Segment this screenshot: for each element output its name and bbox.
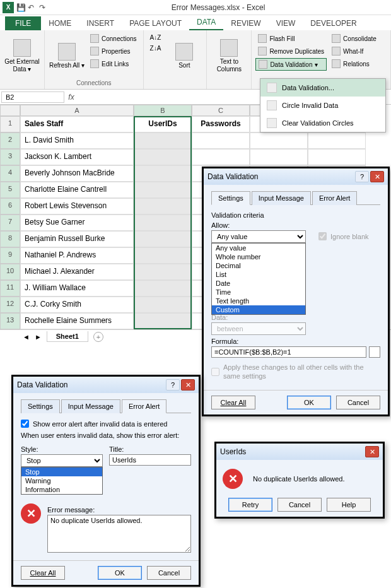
- menu-clear-circles[interactable]: Clear Validation Circles: [260, 114, 385, 132]
- name-box[interactable]: [1, 91, 64, 103]
- cell[interactable]: [134, 149, 192, 165]
- cell[interactable]: [134, 280, 192, 297]
- row-header[interactable]: 10: [0, 264, 20, 280]
- tab-input-message[interactable]: Input Message: [252, 191, 311, 205]
- dialog-title-bar[interactable]: Data Validation ? ✕: [13, 377, 199, 393]
- cell[interactable]: Passwords: [192, 116, 250, 132]
- tab-error-alert[interactable]: Error Alert: [122, 399, 167, 413]
- tab-review[interactable]: REVIEW: [223, 16, 268, 30]
- cell[interactable]: Betsy Sue Garner: [20, 215, 134, 231]
- cell[interactable]: Benjamin Russell Burke: [20, 231, 134, 247]
- row-header[interactable]: 7: [0, 215, 20, 231]
- retry-button[interactable]: Retry: [228, 498, 272, 512]
- row-header[interactable]: 11: [0, 280, 20, 297]
- sort-za-button[interactable]: Z↓A: [148, 44, 164, 53]
- tab-settings[interactable]: Settings: [21, 399, 60, 413]
- row-header[interactable]: 9: [0, 247, 20, 264]
- cancel-button[interactable]: Cancel: [277, 498, 322, 512]
- menu-data-validation[interactable]: Data Validation...: [260, 79, 385, 97]
- properties-button[interactable]: Properties: [88, 45, 139, 57]
- tab-file[interactable]: FILE: [5, 16, 41, 30]
- style-option[interactable]: Information: [21, 485, 102, 494]
- cancel-button[interactable]: Cancel: [336, 396, 380, 409]
- close-button[interactable]: ✕: [365, 446, 379, 457]
- tab-input-message[interactable]: Input Message: [61, 399, 120, 413]
- tab-data[interactable]: DATA: [189, 15, 223, 30]
- cell[interactable]: [192, 149, 250, 165]
- cell[interactable]: Jackson K. Lambert: [20, 149, 134, 165]
- tab-page-layout[interactable]: PAGE LAYOUT: [122, 16, 189, 30]
- allow-option[interactable]: Any value: [212, 244, 305, 252]
- redo-icon[interactable]: ↷: [39, 3, 48, 12]
- help-button[interactable]: ?: [166, 379, 180, 391]
- cell[interactable]: Robert Lewis Stevenson: [20, 198, 134, 215]
- consolidate-button[interactable]: Consolidate: [329, 33, 379, 44]
- clear-all-button[interactable]: Clear All: [211, 396, 255, 409]
- tab-insert[interactable]: INSERT: [79, 16, 122, 30]
- ok-button[interactable]: OK: [98, 566, 142, 580]
- sort-button[interactable]: Sort: [166, 33, 202, 79]
- allow-option[interactable]: List: [212, 270, 305, 279]
- allow-option[interactable]: Custom: [212, 305, 305, 314]
- cancel-button[interactable]: Cancel: [147, 566, 191, 580]
- refresh-all-button[interactable]: Refresh All ▾: [49, 33, 85, 79]
- tab-view[interactable]: VIEW: [269, 16, 303, 30]
- cell[interactable]: [134, 264, 192, 280]
- allow-option[interactable]: Time: [212, 288, 305, 297]
- cell[interactable]: Sales Staff: [20, 116, 134, 132]
- close-button[interactable]: ✕: [181, 379, 195, 391]
- row-header[interactable]: 6: [0, 198, 20, 215]
- cell[interactable]: [134, 313, 192, 329]
- cell[interactable]: [250, 149, 308, 165]
- title-input[interactable]: [109, 454, 191, 466]
- row-header[interactable]: 13: [0, 313, 20, 329]
- cell[interactable]: UserIDs: [134, 116, 192, 132]
- add-sheet-button[interactable]: +: [93, 332, 103, 342]
- edit-links-button[interactable]: Edit Links: [88, 58, 139, 69]
- select-all-corner[interactable]: [0, 105, 20, 116]
- show-alert-checkbox[interactable]: [21, 420, 29, 428]
- cell[interactable]: L. David Smith: [20, 132, 134, 149]
- tab-home[interactable]: HOME: [41, 16, 79, 30]
- cell[interactable]: [134, 215, 192, 231]
- allow-option[interactable]: Text length: [212, 297, 305, 305]
- text-to-columns-button[interactable]: Text to Columns: [211, 33, 247, 79]
- relations-button[interactable]: Relations: [329, 58, 379, 69]
- sheet-nav-next[interactable]: ►: [35, 333, 42, 341]
- col-header-b[interactable]: B: [134, 105, 192, 116]
- row-header[interactable]: 5: [0, 182, 20, 198]
- style-option[interactable]: Stop: [21, 467, 102, 476]
- remove-duplicates-button[interactable]: Remove Duplicates: [255, 45, 327, 57]
- save-icon[interactable]: 💾: [16, 3, 25, 12]
- cell[interactable]: Michael J. Alexander: [20, 264, 134, 280]
- menu-circle-invalid[interactable]: Circle Invalid Data: [260, 97, 385, 114]
- cell[interactable]: J. William Wallace: [20, 280, 134, 297]
- flash-fill-button[interactable]: Flash Fill: [255, 33, 327, 44]
- cell[interactable]: [308, 149, 366, 165]
- tab-settings[interactable]: Settings: [211, 191, 250, 205]
- get-external-data-button[interactable]: Get External Data ▾: [4, 33, 40, 79]
- undo-icon[interactable]: ↶: [28, 3, 37, 12]
- data-validation-button[interactable]: Data Validation ▾: [255, 58, 327, 71]
- allow-select[interactable]: Any value: [211, 230, 306, 243]
- col-header-c[interactable]: C: [192, 105, 250, 116]
- clear-all-button[interactable]: Clear All: [21, 566, 65, 580]
- row-header[interactable]: 12: [0, 297, 20, 313]
- allow-option[interactable]: Whole number: [212, 252, 305, 261]
- row-header[interactable]: 4: [0, 165, 20, 182]
- sort-az-button[interactable]: A↓Z: [148, 33, 164, 42]
- tab-developer[interactable]: DEVELOPER: [303, 16, 364, 30]
- col-header-a[interactable]: A: [20, 105, 134, 116]
- row-header[interactable]: 8: [0, 231, 20, 247]
- cell[interactable]: [250, 132, 308, 149]
- what-if-button[interactable]: What-If: [329, 45, 379, 57]
- dialog-title-bar[interactable]: Data Validation ? ✕: [204, 168, 388, 185]
- ok-button[interactable]: OK: [287, 396, 331, 409]
- cell[interactable]: [308, 132, 366, 149]
- cell[interactable]: [134, 297, 192, 313]
- sheet-nav-prev[interactable]: ◄: [23, 333, 30, 341]
- range-picker-icon[interactable]: [369, 346, 380, 358]
- formula-input[interactable]: [211, 346, 366, 358]
- close-button[interactable]: ✕: [370, 171, 384, 182]
- dialog-title-bar[interactable]: UserIds ✕: [216, 444, 383, 460]
